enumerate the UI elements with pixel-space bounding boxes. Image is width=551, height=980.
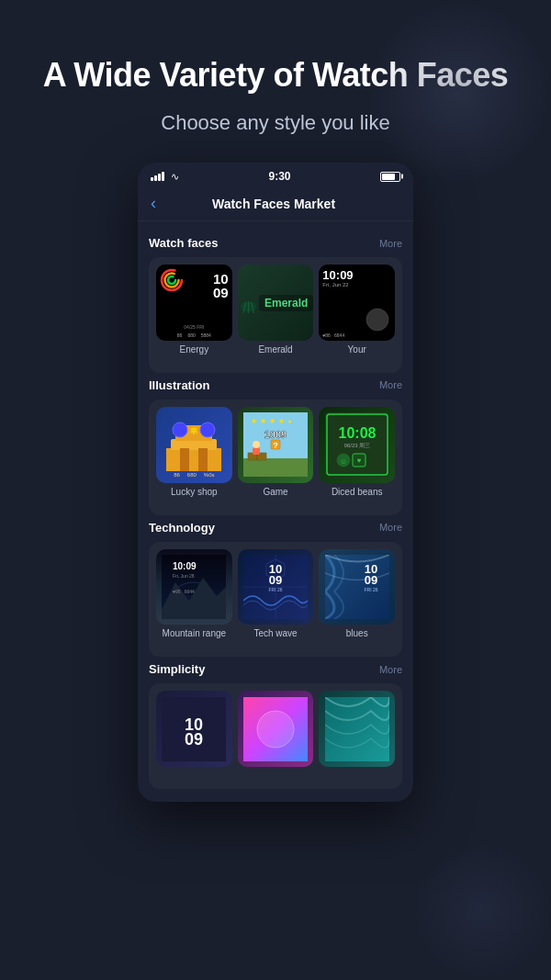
watchface-blues-label: blues	[346, 628, 368, 638]
watchface-simp1[interactable]: 10 09	[156, 691, 232, 771]
illustration-grid: 幸 86680%0s Lucky shop	[149, 400, 402, 515]
section-title-simplicity: Simplicity	[149, 662, 205, 676]
watchface-lucky-thumb: 幸 86680%0s	[156, 407, 232, 483]
watchface-techwave-label: Tech wave	[253, 628, 297, 638]
watchface-simp2[interactable]	[238, 691, 314, 771]
svg-text:10:09: 10:09	[173, 561, 197, 571]
watchface-mountain[interactable]: 10:09 Fri, Jun 28 ♥95 6644 Mountain rang…	[156, 549, 232, 639]
watchface-mountain-label: Mountain range	[163, 628, 227, 638]
watchface-diced[interactable]: 10:08 06/23 周三 ☺ ♥ Diced beans	[319, 407, 395, 497]
svg-text:09: 09	[185, 730, 203, 749]
techwave-svg: 10 09 FRI 26	[243, 555, 308, 619]
watchface-simp2-thumb	[238, 691, 314, 767]
svg-text:10:08: 10:08	[338, 425, 376, 441]
watchface-game-thumb: ? ★ ★ ★ ★ ★ 1009	[238, 407, 314, 483]
emerald-label-overlay: Emerald	[259, 295, 313, 311]
section-header-simplicity: Simplicity More	[149, 662, 402, 676]
svg-rect-12	[198, 448, 208, 471]
svg-text:幸: 幸	[190, 427, 198, 435]
svg-text:Fri, Jun 28: Fri, Jun 28	[173, 573, 195, 579]
svg-rect-28	[253, 447, 260, 455]
watchface-your[interactable]: 10:09 Fri, Jun 22 ♥86 6844	[319, 265, 395, 355]
watchface-blues[interactable]: 10 09 FRI 26 blues	[319, 549, 395, 639]
svg-text:FRI 26: FRI 26	[364, 587, 377, 592]
watchface-simp2-inner	[238, 691, 314, 767]
watchface-energy[interactable]: 10 09 04/25 FRI 866805884 Energy	[156, 265, 232, 355]
svg-point-13	[173, 422, 187, 437]
section-more-simplicity[interactable]: More	[379, 664, 402, 675]
back-button[interactable]: ‹	[151, 194, 156, 213]
watchface-diced-thumb: 10:08 06/23 周三 ☺ ♥	[319, 407, 395, 483]
simp1-svg: 10 09	[162, 697, 226, 761]
battery-icon	[380, 172, 400, 182]
svg-point-29	[253, 441, 260, 448]
watchface-energy-inner: 10 09 04/25 FRI 866805884	[156, 265, 232, 341]
watchface-blues-thumb: 10 09 FRI 26	[319, 549, 395, 625]
simplicity-row: 10 09	[156, 691, 395, 771]
svg-text:09: 09	[364, 573, 377, 587]
battery-fill	[382, 174, 395, 180]
watchface-lucky[interactable]: 幸 86680%0s Lucky shop	[156, 407, 232, 497]
your-date: Fri, Jun 22	[322, 282, 348, 287]
section-header-watchfaces: Watch faces More	[149, 236, 402, 250]
watchface-diced-label: Diced beans	[332, 487, 383, 497]
watchface-simp1-inner: 10 09	[156, 691, 232, 767]
hero-subtitle: Choose any style you like	[161, 111, 389, 135]
watchface-blues-inner: 10 09 FRI 26	[319, 549, 395, 625]
watchface-game-label: Game	[263, 487, 287, 497]
svg-point-7	[366, 309, 388, 331]
watchface-simp3[interactable]	[319, 691, 395, 771]
svg-rect-61	[325, 697, 389, 761]
watchface-simp3-inner	[319, 691, 395, 767]
watchface-energy-label: Energy	[179, 344, 208, 355]
watchface-game[interactable]: ? ★ ★ ★ ★ ★ 1009	[238, 407, 314, 497]
status-time: 9:30	[268, 170, 290, 183]
svg-text:♥: ♥	[356, 456, 361, 465]
svg-rect-8	[166, 448, 221, 471]
section-more-illustration[interactable]: More	[379, 379, 402, 390]
signal-bar-4	[162, 172, 164, 181]
watchface-emerald[interactable]: Emerald Emerald	[238, 265, 314, 355]
status-bar: ∿ 9:30	[138, 163, 413, 186]
section-header-illustration: Illustration More	[149, 378, 402, 392]
svg-text:1009: 1009	[264, 429, 287, 440]
section-more-watchfaces[interactable]: More	[379, 238, 402, 249]
watchface-your-inner: 10:09 Fri, Jun 22 ♥86 6844	[319, 265, 395, 341]
svg-text:09: 09	[269, 573, 282, 587]
watchface-techwave-inner: 10 09 FRI 26	[238, 549, 314, 625]
svg-rect-17	[243, 458, 308, 477]
watchface-lucky-label: Lucky shop	[171, 487, 218, 497]
svg-text:?: ?	[273, 441, 278, 450]
game-svg: ? ★ ★ ★ ★ ★ 1009	[243, 412, 308, 477]
blues-svg: 10 09 FRI 26	[325, 555, 389, 619]
svg-text:★: ★	[260, 417, 266, 425]
svg-text:★: ★	[278, 417, 285, 425]
energy-time: 10 09	[213, 272, 229, 299]
svg-text:♥95   6644: ♥95 6644	[173, 589, 195, 594]
section-more-technology[interactable]: More	[379, 522, 402, 533]
emerald-bg-svg	[238, 265, 259, 341]
hero-title: A Wide Variety of Watch Faces	[6, 55, 545, 95]
watchface-game-inner: ? ★ ★ ★ ★ ★ 1009	[238, 407, 314, 483]
watchface-techwave-thumb: 10 09 FRI 26	[238, 549, 314, 625]
watchface-emerald-overlay: Emerald	[238, 265, 314, 341]
signal-bar-1	[151, 177, 153, 181]
illustration-row: 幸 86680%0s Lucky shop	[156, 407, 395, 497]
section-title-technology: Technology	[149, 521, 215, 535]
bg-decoration-bottom-right	[413, 842, 551, 980]
watchface-your-label: Your	[348, 344, 366, 355]
watchfaces-grid: 10 09 04/25 FRI 866805884 Energy	[149, 257, 402, 373]
watchface-simp3-thumb	[319, 691, 395, 767]
your-time: 10:09	[322, 268, 353, 282]
watchfaces-row: 10 09 04/25 FRI 866805884 Energy	[156, 265, 395, 355]
watchface-diced-inner: 10:08 06/23 周三 ☺ ♥	[319, 407, 395, 483]
wifi-icon: ∿	[171, 171, 179, 183]
svg-rect-11	[180, 448, 189, 471]
signal-bar-3	[158, 174, 161, 181]
svg-point-14	[200, 422, 215, 437]
watchface-simp1-thumb: 10 09	[156, 691, 232, 767]
section-header-technology: Technology More	[149, 521, 402, 535]
watchface-emerald-thumb: Emerald	[238, 265, 314, 341]
section-title-watchfaces: Watch faces	[149, 236, 218, 250]
watchface-techwave[interactable]: 10 09 FRI 26 Tech wave	[238, 549, 314, 639]
